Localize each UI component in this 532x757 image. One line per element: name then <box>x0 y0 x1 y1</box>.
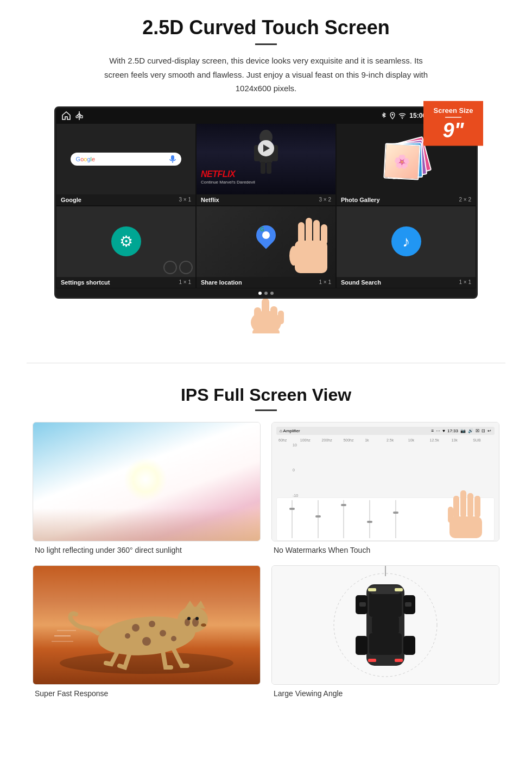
ips-item-response: Super Fast Response <box>33 565 261 698</box>
eq-slider-3 <box>333 500 354 538</box>
eq-slider-4 <box>359 500 381 538</box>
sound-search-cell[interactable]: ♪ Sound Search 1 × 1 <box>336 206 476 288</box>
screen-size-badge: Screen Size 9" <box>423 101 483 146</box>
sunlight-image-box <box>33 422 261 541</box>
share-app-inner: G <box>197 206 335 277</box>
svg-rect-76 <box>405 602 411 607</box>
watermarks-caption: No Watermarks When Touch <box>271 546 499 554</box>
svg-rect-75 <box>359 602 366 607</box>
sound-size: 1 × 1 <box>459 279 471 285</box>
eq-amplifier-label: ⌂ Amplifier <box>280 428 300 433</box>
google-cell[interactable]: Google Google 3 × 1 <box>56 123 196 206</box>
car-top-view-container <box>272 566 499 684</box>
eq-hand <box>445 490 489 540</box>
section-ips: IPS Full Screen View No light reflecting… <box>0 380 532 709</box>
settings-app-inner: ⚙ <box>56 206 195 277</box>
svg-point-3 <box>76 116 78 118</box>
svg-rect-63 <box>369 592 402 617</box>
microphone-icon <box>169 155 176 163</box>
netflix-play-button[interactable] <box>258 140 274 156</box>
svg-point-54 <box>160 630 166 636</box>
status-bar: 15:06 <box>56 108 476 123</box>
sky-horizon <box>33 508 260 541</box>
viewing-caption: Large Viewing Angle <box>271 689 499 698</box>
ghost-icons <box>163 261 193 274</box>
svg-rect-36 <box>474 496 480 518</box>
share-location-cell[interactable]: G <box>196 206 336 288</box>
svg-rect-37 <box>453 496 459 519</box>
svg-rect-4 <box>80 116 83 118</box>
ghost-circle-1 <box>163 261 177 274</box>
response-caption: Super Fast Response <box>33 689 261 698</box>
svg-marker-43 <box>185 601 195 609</box>
eq-freq-labels: 60hz 100hz 200hz 500hz 1k 2.5k 10k 12.5k… <box>276 437 495 443</box>
svg-point-40 <box>60 652 233 674</box>
badge-label: Screen Size <box>428 106 479 115</box>
eq-image: ⌂ Amplifier ≡⋯ ♥ 17:33 📷🔊☒⊡↩ 60hz 100hz … <box>272 422 499 541</box>
netflix-size: 3 × 2 <box>319 197 331 203</box>
badge-line <box>445 117 461 118</box>
section1-title: 2.5D Curved Touch Screen <box>33 16 499 39</box>
ips-item-watermarks: ⌂ Amplifier ≡⋯ ♥ 17:33 📷🔊☒⊡↩ 60hz 100hz … <box>271 422 499 554</box>
flower-icon: 🌸 <box>394 153 410 169</box>
eq-header: ⌂ Amplifier ≡⋯ ♥ 17:33 📷🔊☒⊡↩ <box>276 427 495 435</box>
eq-side-labels: 100-10 <box>293 443 495 497</box>
share-label: Share location <box>201 279 242 286</box>
svg-marker-44 <box>195 601 205 609</box>
sound-label: Sound Search <box>341 279 381 286</box>
svg-rect-23 <box>313 220 320 244</box>
svg-rect-70 <box>403 636 415 655</box>
page-dot-1 <box>258 292 262 295</box>
svg-rect-69 <box>356 636 368 655</box>
svg-point-49 <box>201 623 206 627</box>
app-grid: Google Google 3 × 1 <box>56 123 476 206</box>
netflix-app-inner: NETFLIX Continue Marvel's Daredevil <box>197 124 335 194</box>
home-icon[interactable] <box>61 111 71 121</box>
eq-menu-icons: ≡⋯ ♥ 17:33 📷🔊☒⊡↩ <box>432 428 491 433</box>
ips-item-viewing: Large Viewing Angle <box>271 565 499 698</box>
svg-point-27 <box>289 246 298 266</box>
sun-glow <box>124 458 167 501</box>
svg-point-52 <box>125 633 130 639</box>
svg-rect-34 <box>460 490 466 518</box>
cheetah-image-box <box>33 565 261 685</box>
ips-grid: No light reflecting under 360° direct su… <box>33 422 499 698</box>
settings-icon-circle: ⚙ <box>111 226 141 256</box>
eq-slider-2 <box>307 500 329 538</box>
page-dots <box>56 288 476 297</box>
netflix-label: Netflix <box>201 197 219 203</box>
photo-label: Photo Gallery <box>341 197 380 203</box>
svg-rect-20 <box>261 162 265 174</box>
svg-rect-33 <box>278 311 284 324</box>
svg-point-51 <box>149 621 155 627</box>
netflix-logo: NETFLIX <box>201 169 235 179</box>
section-divider <box>27 363 505 363</box>
car-top-svg <box>331 565 440 685</box>
svg-point-5 <box>392 113 394 115</box>
usb-icon <box>75 111 83 121</box>
netflix-bg: NETFLIX Continue Marvel's Daredevil <box>197 124 335 194</box>
svg-rect-30 <box>262 298 269 324</box>
sound-label-row: Sound Search 1 × 1 <box>337 277 476 288</box>
svg-rect-73 <box>368 659 376 662</box>
settings-cell[interactable]: ⚙ Settings shortcut 1 × 1 <box>56 206 196 288</box>
section-curved: 2.5D Curved Touch Screen With 2.5D curve… <box>0 0 532 346</box>
wifi-icon <box>398 112 406 119</box>
title-underline <box>255 43 277 45</box>
svg-rect-22 <box>306 218 312 244</box>
pointing-hand <box>289 218 330 285</box>
ghost-circle-2 <box>179 261 193 274</box>
svg-rect-21 <box>267 162 271 174</box>
google-size: 3 × 1 <box>179 197 191 203</box>
google-search-bar[interactable]: Google <box>71 153 182 166</box>
music-note-icon: ♪ <box>402 233 410 250</box>
ips-item-sunlight: No light reflecting under 360° direct su… <box>33 422 261 554</box>
photo-label-row: Photo Gallery 2 × 2 <box>337 194 476 205</box>
svg-point-6 <box>402 118 403 119</box>
play-triangle <box>263 144 270 152</box>
status-left <box>61 111 83 121</box>
netflix-cell[interactable]: NETFLIX Continue Marvel's Daredevil Netf… <box>196 123 336 206</box>
svg-rect-72 <box>395 588 403 591</box>
svg-rect-71 <box>368 588 376 591</box>
car-image-box <box>271 565 499 685</box>
